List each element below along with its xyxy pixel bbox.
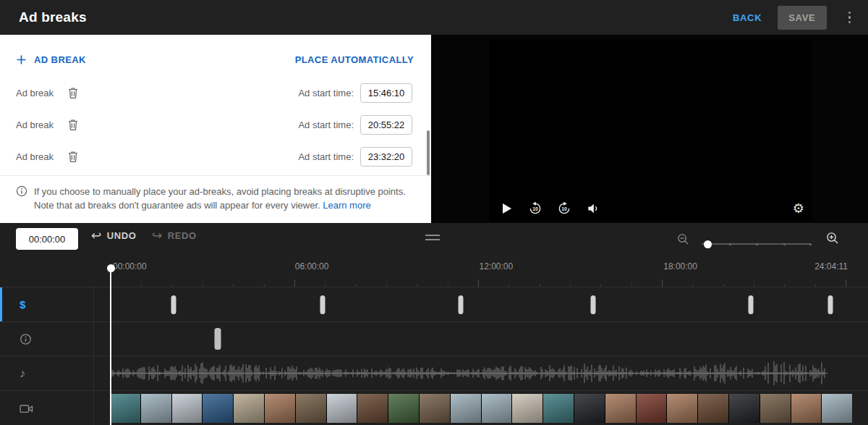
svg-text:10: 10 (561, 206, 567, 211)
ad-break-row: Ad break Ad start time: 20:55:22 (0, 109, 431, 140)
ad-breaks-track-header[interactable]: $ (0, 287, 94, 321)
filmstrip-frame (482, 394, 512, 423)
delete-ad-break-button[interactable] (68, 119, 78, 130)
undo-icon: ↩ (91, 230, 102, 242)
forward-10-button[interactable]: 10 (557, 201, 571, 216)
trash-icon (68, 87, 78, 98)
zoom-slider[interactable] (702, 243, 810, 245)
filmstrip-frame (296, 394, 326, 423)
ad-breaks-track-content[interactable] (94, 287, 868, 321)
header: Ad breaks BACK SAVE (0, 0, 868, 35)
filmstrip-frame (729, 394, 760, 423)
music-note-icon: ♪ (20, 367, 25, 380)
forward-10-icon: 10 (557, 201, 571, 216)
ad-break-marker[interactable] (827, 295, 833, 314)
audio-track-header[interactable]: ♪ (0, 356, 94, 390)
zoom-in-icon (826, 232, 839, 245)
filmstrip-frame (420, 394, 450, 423)
playhead-time-input[interactable]: 00:00:00 (16, 228, 78, 250)
undo-label: UNDO (107, 230, 137, 241)
save-button[interactable]: SAVE (778, 6, 826, 30)
ad-break-marker[interactable] (320, 295, 326, 314)
svg-text:10: 10 (532, 206, 538, 211)
zoom-slider-knob[interactable] (704, 240, 712, 248)
ad-break-marker[interactable] (171, 295, 176, 314)
zoom-in-button[interactable] (826, 232, 839, 247)
place-automatically-button[interactable]: PLACE AUTOMATICALLY (295, 54, 414, 65)
volume-icon (586, 201, 600, 216)
filmstrip-frame (203, 394, 233, 423)
filmstrip-frame (637, 394, 667, 423)
plus-icon (16, 54, 27, 65)
ad-start-time-label: Ad start time: (298, 151, 354, 162)
filmstrip-frame (388, 394, 419, 423)
add-ad-break-label: AD BREAK (34, 54, 86, 65)
ad-start-time-input[interactable]: 23:32:20 (360, 147, 412, 167)
redo-button[interactable]: ↪ REDO (152, 230, 197, 242)
video-track-header[interactable] (0, 391, 94, 425)
audio-track-content[interactable] (94, 356, 868, 390)
ad-start-time-input[interactable]: 20:55:22 (360, 115, 412, 135)
ad-break-label: Ad break (16, 119, 61, 130)
undo-button[interactable]: ↩ UNDO (91, 230, 137, 242)
video-frame[interactable] (489, 40, 812, 221)
info-lane (110, 322, 847, 355)
delete-ad-break-button[interactable] (68, 151, 78, 162)
info-marker[interactable] (214, 328, 221, 350)
ad-start-time-label: Ad start time: (298, 88, 354, 98)
playhead-line (110, 271, 111, 425)
audio-track: ♪ (0, 356, 868, 391)
replay-10-icon: 10 (528, 201, 542, 216)
player-controls: 10 10 ⚙ (499, 201, 804, 216)
filmstrip-frame (698, 394, 728, 423)
info-icon (16, 185, 27, 197)
zoom-out-icon (677, 233, 689, 245)
dollar-icon: $ (20, 298, 25, 311)
add-ad-break-button[interactable]: AD BREAK (16, 54, 86, 65)
panel-resize-handle[interactable] (425, 235, 440, 243)
video-player: 10 10 ⚙ (431, 35, 868, 223)
filmstrip-frame (327, 394, 357, 423)
ad-breaks-editor: Ad breaks BACK SAVE AD BREAK PLACE AUTOM… (0, 0, 868, 425)
filmstrip-frame (512, 394, 542, 423)
ad-start-time-input[interactable]: 15:46:10 (360, 83, 412, 103)
ad-break-marker[interactable] (748, 295, 753, 314)
filmstrip-frame (172, 394, 203, 423)
page-title: Ad breaks (19, 9, 87, 25)
volume-button[interactable] (586, 201, 600, 216)
play-button[interactable] (499, 201, 514, 216)
delete-ad-break-button[interactable] (68, 87, 78, 98)
info-track-content[interactable] (94, 322, 868, 355)
ad-break-marker[interactable] (591, 295, 596, 314)
filmstrip-frame (791, 394, 822, 423)
learn-more-link[interactable]: Learn more (323, 200, 370, 211)
info-cards-track (0, 322, 868, 356)
video-camera-icon (20, 403, 33, 415)
playhead[interactable] (106, 264, 115, 425)
more-options-icon[interactable] (843, 8, 857, 28)
video-track-content[interactable] (94, 391, 868, 425)
zoom-out-button[interactable] (677, 233, 689, 248)
header-actions: BACK SAVE (733, 6, 856, 30)
back-button[interactable]: BACK (733, 12, 762, 23)
filmstrip-frame (667, 394, 697, 423)
filmstrip-frame (760, 394, 791, 423)
rewind-10-button[interactable]: 10 (528, 201, 542, 216)
info-track-header[interactable] (0, 322, 94, 355)
filmstrip-frame (234, 394, 264, 423)
info-note: If you choose to manually place your ad-… (0, 176, 431, 212)
ad-break-row: Ad break Ad start time: 23:32:20 (0, 140, 431, 172)
active-track-indicator (0, 287, 2, 321)
audio-waveform (110, 356, 847, 390)
info-circle-icon (20, 333, 32, 345)
redo-icon: ↪ (152, 230, 163, 242)
timeline-ruler[interactable]: 00:00:00 06:00:00 12:00:00 18:00:00 24:0… (0, 255, 868, 287)
gear-icon: ⚙ (793, 202, 804, 215)
ad-break-marker[interactable] (459, 295, 464, 314)
ad-breaks-panel: AD BREAK PLACE AUTOMATICALLY Ad break Ad… (0, 35, 431, 223)
filmstrip-frame (141, 394, 171, 423)
filmstrip-frame (822, 394, 852, 423)
settings-button[interactable]: ⚙ (793, 202, 804, 215)
filmstrip-frame (574, 394, 605, 423)
panel-scrollbar[interactable] (427, 130, 430, 175)
